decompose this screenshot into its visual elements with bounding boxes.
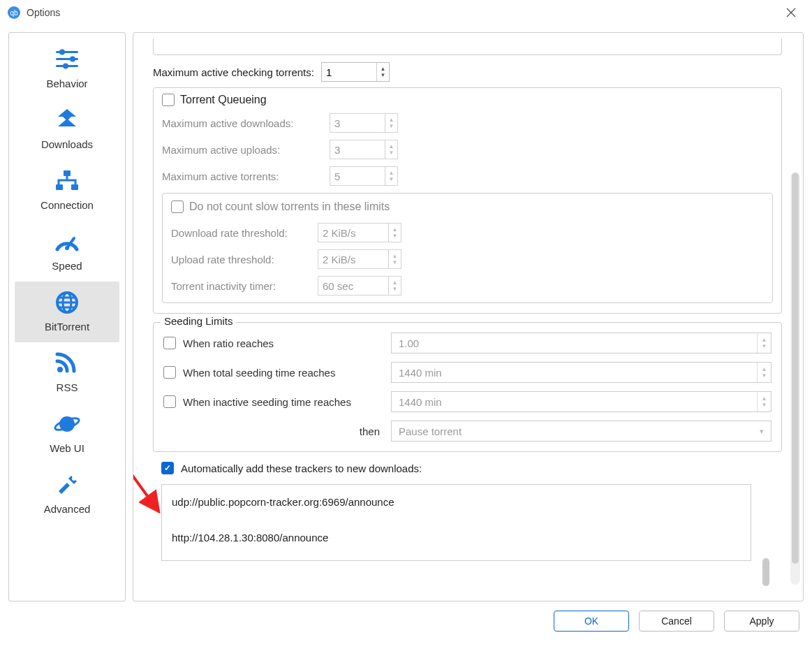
ratio-label: When ratio reaches xyxy=(183,337,274,349)
sidebar-item-webui[interactable]: Web UI xyxy=(9,403,125,464)
spin-arrows: ▲▼ xyxy=(388,224,401,242)
collapsed-section xyxy=(153,38,782,55)
sidebar-item-label: Downloads xyxy=(41,138,93,150)
sidebar-item-label: BitTorrent xyxy=(45,321,89,333)
dl-rate-threshold-spin: ▲▼ xyxy=(318,223,401,242)
sidebar-item-label: Speed xyxy=(52,260,82,272)
content-panel: Maximum active checking torrents: ▲▼ Tor… xyxy=(133,32,804,601)
svg-point-3 xyxy=(59,50,65,55)
sidebar-item-rss[interactable]: RSS xyxy=(9,342,125,403)
then-label: then xyxy=(163,425,384,437)
download-icon xyxy=(52,106,82,134)
sidebar-item-bittorrent[interactable]: BitTorrent xyxy=(15,282,119,342)
window-title: Options xyxy=(27,7,60,18)
svg-point-17 xyxy=(72,476,76,481)
tools-icon xyxy=(52,471,82,499)
gauge-icon xyxy=(52,228,82,256)
spin-arrows: ▲▼ xyxy=(757,333,771,353)
slow-torrents-group: Do not count slow torrents in these limi… xyxy=(162,193,773,303)
inactivity-timer-label: Torrent inactivity timer: xyxy=(171,280,311,292)
dl-rate-threshold-label: Download rate threshold: xyxy=(171,227,311,239)
spin-arrows: ▲▼ xyxy=(385,140,397,159)
close-button[interactable] xyxy=(777,3,805,22)
rss-icon xyxy=(52,349,82,377)
sidebar-item-downloads[interactable]: Downloads xyxy=(9,99,125,160)
dialog-footer: OK Cancel Apply xyxy=(0,601,812,641)
sidebar-item-label: RSS xyxy=(57,381,78,393)
spin-arrows: ▲▼ xyxy=(385,167,397,185)
svg-point-14 xyxy=(57,367,63,372)
sliders-icon xyxy=(52,45,82,73)
max-active-torrents-label: Maximum active torrents: xyxy=(162,170,323,182)
auto-trackers-label: Automatically add these trackers to new … xyxy=(181,462,422,474)
max-active-torrents-spin: ▲▼ xyxy=(330,166,398,186)
sidebar-item-label: Web UI xyxy=(50,442,84,454)
sidebar-item-connection[interactable]: Connection xyxy=(9,160,125,221)
svg-rect-9 xyxy=(56,184,63,190)
max-active-uploads-spin: ▲▼ xyxy=(330,140,398,159)
apply-button[interactable]: Apply xyxy=(724,611,799,632)
svg-text:qb: qb xyxy=(10,9,18,17)
spin-arrows: ▲▼ xyxy=(385,114,397,132)
torrent-queueing-label: Torrent Queueing xyxy=(180,94,267,106)
cancel-button[interactable]: Cancel xyxy=(639,611,714,632)
inactive-seed-time-label: When inactive seeding time reaches xyxy=(183,396,351,408)
max-active-checking-label: Maximum active checking torrents: xyxy=(153,66,314,78)
spin-arrows[interactable]: ▲▼ xyxy=(376,63,389,81)
sidebar-item-speed[interactable]: Speed xyxy=(9,221,125,282)
sidebar-item-label: Behavior xyxy=(46,78,87,89)
textarea-scrollbar-thumb[interactable] xyxy=(762,558,769,586)
then-action-select[interactable]: Pause torrent ▾ xyxy=(391,421,772,442)
sidebar-item-label: Connection xyxy=(40,199,94,211)
sidebar-item-label: Advanced xyxy=(44,503,91,515)
max-active-checking-input[interactable] xyxy=(322,63,376,81)
network-icon xyxy=(52,167,82,195)
planet-icon xyxy=(52,410,82,438)
ratio-checkbox[interactable] xyxy=(163,337,176,349)
inactivity-timer-spin: ▲▼ xyxy=(318,276,401,296)
ok-button[interactable]: OK xyxy=(554,611,629,632)
torrent-queueing-checkbox[interactable] xyxy=(162,94,175,106)
ul-rate-threshold-label: Upload rate threshold: xyxy=(171,254,311,265)
ratio-spin: ▲▼ xyxy=(391,333,772,353)
inactive-seed-time-spin: ▲▼ xyxy=(391,391,772,412)
max-active-downloads-spin: ▲▼ xyxy=(330,113,398,133)
sidebar-item-advanced[interactable]: Advanced xyxy=(9,464,125,525)
svg-point-5 xyxy=(70,57,75,62)
svg-rect-8 xyxy=(64,170,71,176)
svg-rect-2 xyxy=(56,51,78,53)
content-scrollbar[interactable] xyxy=(790,173,800,585)
svg-point-11 xyxy=(65,246,69,250)
max-active-uploads-label: Maximum active uploads: xyxy=(162,144,323,156)
scrollbar-thumb[interactable] xyxy=(792,173,799,564)
app-icon: qb xyxy=(7,6,21,20)
torrent-queueing-group: Torrent Queueing Maximum active download… xyxy=(153,87,782,314)
max-active-downloads-label: Maximum active downloads: xyxy=(162,117,323,129)
annotation-arrow xyxy=(133,472,164,513)
spin-arrows: ▲▼ xyxy=(388,250,401,268)
spin-arrows: ▲▼ xyxy=(757,363,771,382)
auto-trackers-checkbox[interactable] xyxy=(161,462,174,474)
svg-point-7 xyxy=(63,64,68,69)
sidebar: Behavior Downloads Connection Speed BitT… xyxy=(8,32,126,601)
inactive-seed-time-checkbox[interactable] xyxy=(163,395,176,408)
seeding-limits-title: Seeding Limits xyxy=(161,315,236,327)
svg-rect-10 xyxy=(71,184,78,190)
globe-icon xyxy=(52,289,82,316)
total-seed-time-spin: ▲▼ xyxy=(391,362,772,383)
max-active-checking-spin[interactable]: ▲▼ xyxy=(321,62,390,82)
total-seed-time-checkbox[interactable] xyxy=(163,366,176,379)
titlebar: qb Options xyxy=(0,0,812,25)
then-action-value: Pause torrent xyxy=(399,425,462,437)
ul-rate-threshold-spin: ▲▼ xyxy=(318,249,401,269)
auto-trackers-textarea[interactable]: udp://public.popcorn-tracker.org:6969/an… xyxy=(161,484,751,561)
spin-arrows: ▲▼ xyxy=(757,392,771,411)
spin-arrows: ▲▼ xyxy=(388,277,401,295)
total-seed-time-label: When total seeding time reaches xyxy=(183,367,335,379)
chevron-down-icon: ▾ xyxy=(760,427,764,436)
slow-torrents-label: Do not count slow torrents in these limi… xyxy=(189,200,390,213)
sidebar-item-behavior[interactable]: Behavior xyxy=(9,38,125,99)
slow-torrents-checkbox[interactable] xyxy=(171,200,184,213)
seeding-limits-group: Seeding Limits When ratio reaches ▲▼ Whe… xyxy=(153,322,782,452)
